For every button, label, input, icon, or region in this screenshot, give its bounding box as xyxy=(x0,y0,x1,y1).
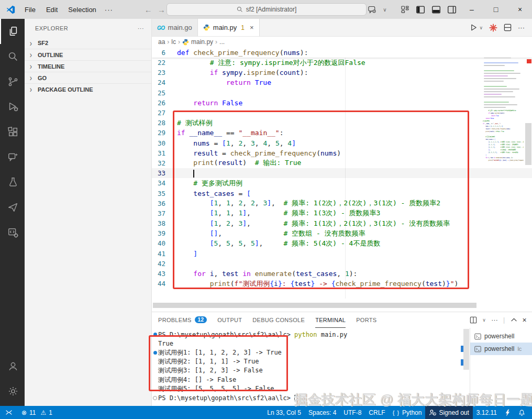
terminal-instance-powershell-lc[interactable]: powershelllc xyxy=(470,343,532,355)
code-line[interactable]: 42 xyxy=(152,259,532,269)
code-line[interactable]: 37 [1, 1, 1], # 频率: 1(3次) - 质数频率3 xyxy=(152,208,532,218)
code-line[interactable]: 39 [], # 空数组 - 没有质数频率 xyxy=(152,228,532,238)
status-3-12-11[interactable]: 3.12.11 xyxy=(473,406,501,419)
code-line[interactable]: 43 for i, test in enumerate(test_cases, … xyxy=(152,269,532,279)
remote-indicator-icon[interactable] xyxy=(0,406,18,419)
code-line[interactable]: 41 ] xyxy=(152,249,532,259)
code-line[interactable]: 24 return True xyxy=(152,78,532,87)
command-center-search[interactable]: sf2 [Administrator] xyxy=(167,3,367,16)
editor-horizontal-scrollbar[interactable] xyxy=(153,303,476,308)
terminal-scrollbar[interactable] xyxy=(461,328,470,406)
toggle-sidebar-icon[interactable] xyxy=(413,3,428,16)
problems-count-badge: 12 xyxy=(195,316,207,323)
nav-back-icon[interactable]: ← xyxy=(145,5,152,14)
run-button[interactable]: ∨ xyxy=(470,24,483,31)
toggle-panel-icon[interactable] xyxy=(428,3,444,16)
activity-item-source-control[interactable] xyxy=(0,69,25,94)
line-content: ] xyxy=(177,250,197,258)
code-editor[interactable]: 6def check_prime_frequency(nums): 22 # 注… xyxy=(152,47,532,312)
panel-tab-output[interactable]: OUTPUT xyxy=(217,312,242,328)
sidebar-section-timeline[interactable]: ›TIMELINE xyxy=(25,60,151,72)
code-line[interactable]: 40 [5, 5, 5, 5], # 频率: 5(4次) - 4不是质数 xyxy=(152,238,532,248)
panel-tab-ports[interactable]: PORTS xyxy=(356,312,376,328)
minimize-button[interactable]: – xyxy=(460,0,484,19)
code-line[interactable]: 36 [1, 1, 2, 2, 3], # 频率: 1(2次)，2(2次)，3(… xyxy=(152,199,532,208)
tab-main-go[interactable]: GOmain.go xyxy=(152,19,198,36)
breadcrumb-item-lc[interactable]: lc xyxy=(171,38,176,46)
editor-vertical-scrollbar[interactable] xyxy=(525,123,531,165)
close-button[interactable]: × xyxy=(508,0,532,19)
sidebar-section-outline[interactable]: ›OUTLINE xyxy=(25,49,151,60)
activity-item-explorer[interactable] xyxy=(0,19,25,44)
status-utf-8[interactable]: UTF-8 xyxy=(340,406,365,419)
code-line[interactable]: 27 xyxy=(152,108,532,118)
status-python[interactable]: { }Python xyxy=(389,406,426,419)
problems-status[interactable]: ⊗ 11 ⚠ 1 xyxy=(18,406,56,419)
copilot-icon[interactable] xyxy=(364,3,380,16)
code-line[interactable]: 25 xyxy=(152,88,532,98)
minimap[interactable]: # 注意: sympy.isprime对小于2的数返回False if symp… xyxy=(483,47,524,267)
extension-run-icon[interactable] xyxy=(489,24,497,32)
activity-item-accounts[interactable] xyxy=(0,354,25,379)
code-line[interactable]: 31 result = check_prime_frequency(nums) xyxy=(152,148,532,158)
status-crlf[interactable]: CRLF xyxy=(365,406,389,419)
code-line[interactable]: 38 [1, 2, 3], # 频率: 1(1次)，2(1次)，3(1次) - … xyxy=(152,218,532,228)
code-line[interactable]: 33 xyxy=(152,168,532,178)
maximize-button[interactable]: □ xyxy=(484,0,508,19)
code-line[interactable]: 22 # 注意: sympy.isprime对小于2的数返回False xyxy=(152,58,532,68)
panel-tab-terminal[interactable]: TERMINAL xyxy=(315,312,346,328)
activity-item-go[interactable] xyxy=(0,195,25,220)
panel-tab-debug-console[interactable]: DEBUG CONSOLE xyxy=(252,312,305,328)
menu-overflow[interactable]: ··· xyxy=(101,6,117,14)
toggle-secondary-sidebar-icon[interactable] xyxy=(444,3,460,16)
menu-item-file[interactable]: File xyxy=(20,4,40,15)
tab-close-icon[interactable]: × xyxy=(250,24,254,31)
close-panel-icon[interactable]: × xyxy=(523,316,527,324)
panel-tab-problems[interactable]: PROBLEMS12 xyxy=(158,312,207,328)
menu-item-selection[interactable]: Selection xyxy=(64,4,100,15)
code-line[interactable]: 32 print(result) # 输出: True xyxy=(152,158,532,168)
customize-layout-icon[interactable] xyxy=(397,3,413,16)
menu-item-edit[interactable]: Edit xyxy=(42,4,62,15)
status-bell[interactable] xyxy=(515,406,529,419)
code-line[interactable]: 26 return False xyxy=(152,98,532,108)
code-line[interactable]: 34 # 更多测试用例 xyxy=(152,178,532,188)
tab-main-py[interactable]: main.py1× xyxy=(198,19,260,36)
status-ln-33-col-5[interactable]: Ln 33, Col 5 xyxy=(263,406,305,419)
activity-item-testing[interactable] xyxy=(0,170,25,195)
explorer-more-actions-icon[interactable]: ··· xyxy=(138,25,144,31)
chevron-down-icon[interactable]: ∨ xyxy=(380,3,390,16)
code-line[interactable]: 35 test_cases = [ xyxy=(152,188,532,198)
sidebar-section-sf2[interactable]: ›SF2 xyxy=(25,37,151,49)
activity-item-search[interactable] xyxy=(0,44,25,69)
editor-more-actions-icon[interactable]: ··· xyxy=(518,24,525,31)
code-line[interactable]: 30 nums = [1, 2, 3, 4, 5, 4] xyxy=(152,138,532,148)
code-line[interactable]: 23 if sympy.isprime(count): xyxy=(152,68,532,78)
activity-item-chat[interactable] xyxy=(0,145,25,170)
activity-item-extensions[interactable] xyxy=(0,119,25,145)
breadcrumb-item-main-py[interactable]: main.py xyxy=(182,38,213,46)
breadcrumb-item--..[interactable]: ... xyxy=(219,38,225,46)
split-terminal-icon[interactable] xyxy=(470,316,477,324)
code-line[interactable]: 28# 测试样例 xyxy=(152,118,532,128)
status-signed-out[interactable]: Signed out xyxy=(425,406,472,419)
maximize-panel-icon[interactable] xyxy=(511,317,517,324)
code-lines: 22 # 注意: sympy.isprime对小于2的数返回False23 if… xyxy=(152,58,532,289)
chevron-down-icon[interactable]: ∨ xyxy=(482,317,486,323)
sidebar-section-package-outline[interactable]: ›PACKAGE OUTLINE xyxy=(25,83,151,95)
status-spaces-4[interactable]: Spaces: 4 xyxy=(305,406,340,419)
breadcrumb-item-aa[interactable]: aa xyxy=(158,38,165,46)
terminal-output[interactable]: PS D:\mysetup\gopath\src\sf2\aa\lc> pyth… xyxy=(152,328,461,406)
terminal-instance-powershell[interactable]: powershell xyxy=(470,330,532,343)
activity-item-run-debug[interactable] xyxy=(0,94,25,119)
split-editor-icon[interactable] xyxy=(504,24,512,31)
panel-more-actions-icon[interactable]: ··· xyxy=(491,316,498,324)
status-python-ext[interactable] xyxy=(501,406,515,419)
code-line[interactable]: 29if __name__ == "__main__": xyxy=(152,128,532,138)
sticky-scroll-line[interactable]: 6def check_prime_frequency(nums): xyxy=(152,47,532,58)
sidebar-section-go[interactable]: ›GO xyxy=(25,72,151,83)
code-line[interactable]: 44 print(f"测试用例{i}: {test} -> {check_pri… xyxy=(152,279,532,289)
nav-forward-icon[interactable]: → xyxy=(158,5,165,14)
activity-item-settings[interactable] xyxy=(0,379,25,404)
activity-item-tools[interactable] xyxy=(0,220,25,245)
